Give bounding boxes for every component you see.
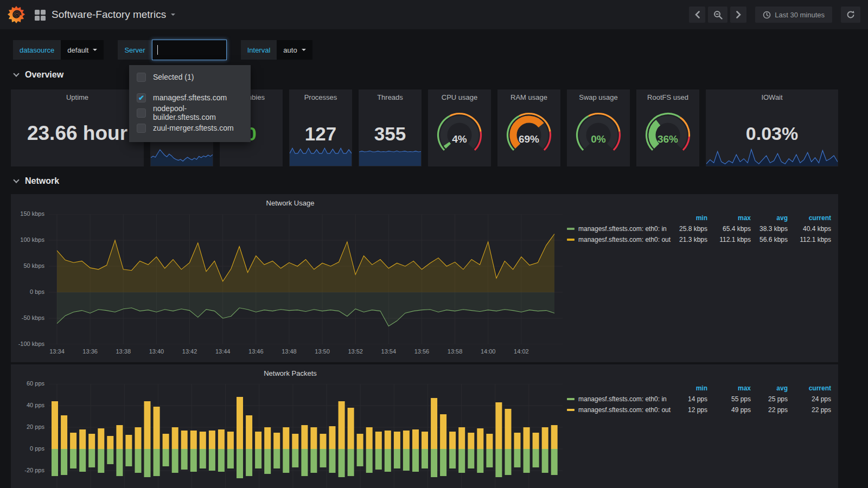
panel-rootfs-used[interactable]: RootFS used36% xyxy=(636,89,699,166)
legend-header: min xyxy=(673,384,707,392)
variable-interval: Interval auto xyxy=(241,40,312,60)
variable-server: Server xyxy=(118,40,226,60)
section-network[interactable]: Network xyxy=(14,176,59,186)
svg-text:69%: 69% xyxy=(519,133,539,145)
legend-header: current xyxy=(788,384,831,392)
panel-network-usage[interactable]: Network Usage 150 kbps100 kbps50 kbps0 b… xyxy=(11,194,838,362)
time-forward-button[interactable] xyxy=(730,7,746,23)
panel-title: Threads xyxy=(359,93,422,101)
time-range-picker[interactable]: Last 30 minutes xyxy=(755,7,832,23)
sparkline xyxy=(290,143,352,166)
legend-series-name[interactable]: managesf.sftests.com: eth0: out xyxy=(567,406,673,414)
legend-series-name[interactable]: managesf.sftests.com: eth0: out xyxy=(567,236,673,243)
server-option-label: nodepool-builder.sftests.com xyxy=(153,104,243,121)
legend-series-name[interactable]: managesf.sftests.com: eth0: in xyxy=(567,225,673,233)
legend-stat-max: 49 pps xyxy=(707,406,751,414)
dashboard-title-text: Software-Factory metrics xyxy=(52,9,166,21)
processes-value: 127 xyxy=(289,123,352,145)
legend-series-name[interactable]: managesf.sftests.com: eth0: in xyxy=(567,395,673,403)
y-axis-label: 100 kbps xyxy=(13,236,44,243)
legend-stat-avg: 25 pps xyxy=(751,395,788,403)
time-back-button[interactable] xyxy=(689,7,705,23)
panel-ram-usage[interactable]: RAM usage69% xyxy=(497,89,560,166)
dashboard-title[interactable]: Software-Factory metrics xyxy=(52,9,175,21)
panel-title: Processes xyxy=(289,93,352,101)
iowait-value: 0.03% xyxy=(706,123,838,144)
server-option-2[interactable]: zuul-merger.sftests.com xyxy=(129,120,251,136)
legend-swatch-icon xyxy=(567,239,575,241)
zoom-out-button[interactable] xyxy=(708,7,727,23)
server-option-0[interactable]: managesf.sftests.com xyxy=(129,90,251,105)
checkbox-icon[interactable] xyxy=(137,124,146,133)
legend-stat-min: 12 pps xyxy=(673,406,707,414)
server-option-1[interactable]: nodepool-builder.sftests.com xyxy=(129,105,251,120)
section-network-label: Network xyxy=(25,176,59,186)
chart-legend: minmaxavgcurrentmanagesf.sftests.com: et… xyxy=(567,213,831,245)
server-option-label: zuul-merger.sftests.com xyxy=(153,124,234,132)
chevron-down-icon xyxy=(13,177,19,183)
navbar: Software-Factory metrics xyxy=(0,0,868,29)
legend-header: max xyxy=(707,384,751,392)
x-axis-label: 13:58 xyxy=(443,348,467,355)
x-axis-label: 13:56 xyxy=(410,348,433,355)
refresh-button[interactable] xyxy=(841,7,860,23)
y-axis-label: 50 kbps xyxy=(13,262,44,269)
text-cursor xyxy=(157,45,158,55)
legend-stat-max: 65.4 kbps xyxy=(707,225,751,233)
chevron-down-icon xyxy=(302,49,306,51)
clock-icon xyxy=(763,11,771,19)
server-dropdown-selected-row[interactable]: Selected (1) xyxy=(129,69,251,85)
legend-stat-min: 14 pps xyxy=(673,395,707,403)
legend-stat-min: 25.8 kbps xyxy=(673,225,707,233)
x-axis-label: 13:48 xyxy=(277,348,301,355)
interval-value-dropdown[interactable]: auto xyxy=(277,40,312,60)
datasource-value-dropdown[interactable]: default xyxy=(61,40,104,60)
section-overview[interactable]: Overview xyxy=(14,70,63,80)
panel-network-packets[interactable]: Network Packets 60 pps40 pps20 pps0 pps-… xyxy=(11,364,838,488)
x-axis-label: 13:52 xyxy=(343,348,367,355)
y-axis-label: 60 pps xyxy=(13,380,44,387)
chevron-right-icon xyxy=(736,11,741,18)
checkbox-icon[interactable] xyxy=(137,108,146,118)
grafana-dashboard: Software-Factory metrics xyxy=(0,0,868,488)
panel-title: Swap usage xyxy=(567,93,630,101)
server-dropdown: Selected (1) managesf.sftests.comnodepoo… xyxy=(129,65,251,142)
chevron-down-icon xyxy=(13,70,19,76)
legend-header: min xyxy=(673,214,707,222)
legend-stat-current: 112.1 kbps xyxy=(788,236,831,243)
chart-title: Network Packets xyxy=(11,369,570,377)
x-axis-label: 13:46 xyxy=(244,348,268,355)
legend-stat-avg: 56.6 kbps xyxy=(751,236,788,243)
interval-value: auto xyxy=(283,46,297,54)
sparkline xyxy=(706,145,838,166)
panel-processes[interactable]: Processes 127 xyxy=(289,89,352,166)
checkbox-icon[interactable] xyxy=(137,93,146,102)
legend-swatch-icon xyxy=(567,398,575,400)
panel-iowait[interactable]: IOWait 0.03% xyxy=(706,89,838,166)
checkbox-icon[interactable] xyxy=(137,73,146,82)
panel-title: IOWait xyxy=(706,93,838,101)
sparkline xyxy=(359,143,421,166)
panel-title: RootFS used xyxy=(636,93,699,101)
y-axis-label: 150 kbps xyxy=(13,210,44,217)
dashboard-grid-icon[interactable] xyxy=(35,10,46,21)
panel-title: CPU usage xyxy=(428,93,491,101)
legend-stat-min: 21.3 kbps xyxy=(673,236,707,243)
section-overview-label: Overview xyxy=(25,70,63,80)
server-input[interactable] xyxy=(152,40,227,60)
datasource-value: default xyxy=(67,46,88,54)
x-axis-label: 14:02 xyxy=(509,348,533,355)
legend-stat-max: 55 pps xyxy=(707,395,751,403)
grafana-logo[interactable] xyxy=(7,5,26,24)
server-label: Server xyxy=(118,40,151,60)
panel-cpu-usage[interactable]: CPU usage4% xyxy=(428,89,491,166)
panel-swap-usage[interactable]: Swap usage0% xyxy=(567,89,630,166)
panel-threads[interactable]: Threads 355 xyxy=(359,89,422,166)
legend-stat-avg: 38.3 kbps xyxy=(751,225,788,233)
legend-stat-current: 40.4 kbps xyxy=(788,225,831,233)
y-axis-label: 20 pps xyxy=(13,423,44,430)
chart-title: Network Usage xyxy=(11,199,570,207)
x-axis-label: 14:00 xyxy=(476,348,500,355)
y-axis-label: -20 pps xyxy=(13,467,44,473)
panel-uptime[interactable]: Uptime 23.66 hour xyxy=(11,89,144,166)
